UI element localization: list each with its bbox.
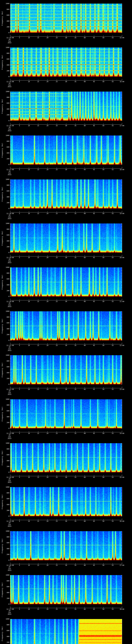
x-date-line: 2015: [5, 130, 14, 132]
y-tick: [10, 464, 11, 464]
y-tick: [10, 314, 11, 314]
x-tick-label: 10: [24, 345, 34, 346]
x-tick-label: 50: [99, 433, 108, 434]
x-end-time-label: 18:00: [118, 169, 126, 170]
y-tick: [10, 92, 11, 92]
x-tick-label: 15: [34, 301, 43, 302]
y-tick-label: 0: [4, 472, 10, 473]
x-tick-label: 50: [99, 125, 108, 126]
y-tick: [10, 329, 11, 329]
y-tick: [10, 408, 11, 408]
y-tick: [122, 314, 122, 314]
y-tick: [122, 634, 122, 634]
x-tick-label: 45: [90, 345, 98, 346]
y-tick: [10, 414, 11, 414]
x-date-line: 2015: [5, 526, 14, 527]
y-tick: [122, 244, 122, 244]
x-tick-label: 20: [43, 433, 52, 434]
y-tick-label: 1000: [4, 91, 10, 92]
spectrogram-canvas: [10, 180, 122, 209]
y-tick: [10, 575, 11, 575]
y-tick: [122, 100, 122, 100]
y-tick: [122, 370, 122, 370]
y-axis-title: Frequency (Hz): [2, 317, 3, 335]
spectrogram-panel: Frequency (Hz) 0200400600800100051015202…: [0, 308, 132, 352]
y-tick: [10, 156, 11, 156]
x-tick-label: 5: [15, 81, 24, 82]
x-tick-label: 15: [34, 433, 43, 434]
y-tick: [121, 153, 122, 153]
y-tick: [122, 94, 122, 95]
y-tick: [10, 59, 11, 59]
y-tick: [10, 206, 11, 206]
y-tick: [121, 630, 122, 631]
y-tick-label: 600: [4, 498, 10, 500]
y-tick: [10, 466, 11, 467]
spectrogram-panel: Frequency (Hz) 0200400600800100051015202…: [0, 220, 132, 264]
y-tick: [121, 92, 122, 92]
y-axis-title: Frequency (Hz): [2, 361, 3, 379]
x-tick-label: 30: [62, 37, 71, 39]
y-tick-label: 200: [4, 554, 10, 555]
y-tick-label: 1000: [4, 486, 10, 488]
x-tick-label: 55: [108, 213, 117, 214]
y-tick: [10, 619, 11, 619]
spectrogram-panel: Frequency (Hz) 0200400600800100051015202…: [0, 132, 132, 176]
y-tick-label: 400: [4, 20, 10, 22]
x-tick-label: 45: [90, 520, 98, 522]
y-tick: [10, 12, 11, 12]
y-tick-label: 800: [4, 184, 10, 186]
y-axis-title: Frequency (Hz): [2, 9, 3, 27]
y-tick-label: 1000: [4, 266, 10, 268]
x-tick-label: 30: [62, 301, 71, 302]
y-tick: [121, 329, 122, 329]
y-tick-label: 800: [4, 228, 10, 230]
spectrogram-canvas: [10, 443, 122, 472]
y-tick-label: 400: [4, 504, 10, 506]
x-tick-label: 35: [71, 301, 80, 302]
y-tick: [10, 21, 11, 21]
x-tick-label: 30: [62, 125, 71, 126]
x-tick-label: 35: [71, 213, 80, 214]
x-tick-label: 15: [34, 37, 43, 39]
y-tick: [121, 21, 122, 21]
spectrogram-canvas: [10, 619, 122, 644]
y-tick: [10, 376, 11, 376]
x-tick-label: 35: [71, 169, 80, 170]
x-tick-label: 45: [90, 81, 98, 82]
x-end-time-label: 28:00: [118, 608, 126, 610]
y-tick-label: 200: [4, 246, 10, 248]
x-date-line: 2015: [5, 614, 14, 615]
x-tick-label: 35: [71, 81, 80, 82]
y-tick: [121, 311, 122, 312]
x-tick-label: 55: [108, 169, 117, 170]
y-tick: [10, 250, 11, 250]
y-tick-label: 200: [4, 290, 10, 292]
y-tick-label: 800: [4, 448, 10, 450]
y-tick: [122, 408, 122, 408]
y-axis-title: Frequency (Hz): [2, 581, 3, 599]
y-tick-label: 400: [4, 460, 10, 462]
x-end-time-label: 25:00: [118, 476, 126, 478]
y-tick-label: 1000: [4, 310, 10, 312]
y-tick: [10, 449, 11, 449]
x-tick-label: 35: [71, 564, 80, 566]
y-tick: [10, 317, 11, 317]
x-tick-label: 20: [43, 520, 52, 522]
x-tick-label: 45: [90, 608, 98, 610]
x-tick-label: 25: [52, 433, 61, 434]
y-tick: [122, 490, 122, 490]
x-axis-line: [10, 564, 122, 564]
x-tick-label: 55: [108, 345, 117, 346]
x-tick-label: 10: [24, 301, 34, 302]
y-tick: [122, 628, 122, 628]
y-tick-label: 1000: [4, 47, 10, 48]
x-end-time-label: 16:00: [118, 81, 126, 82]
y-tick: [10, 65, 11, 65]
y-tick-label: 400: [4, 592, 10, 594]
y-tick: [10, 191, 11, 191]
x-axis-line: [10, 256, 122, 256]
y-tick-label: 200: [4, 466, 10, 467]
y-tick-label: 600: [4, 102, 10, 104]
y-tick-label: 600: [4, 234, 10, 236]
